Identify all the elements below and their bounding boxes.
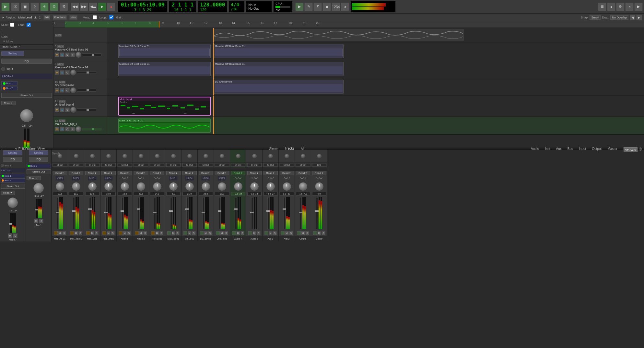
main-volume-knob[interactable] [20,109,33,122]
pan-knob-5[interactable] [137,182,145,191]
region-9-2[interactable]: Massive Off Beat Bass 01 [214,62,344,76]
snap-btn2[interactable]: ► [636,15,642,20]
ls-eq-btn[interactable]: EQ [3,157,22,162]
automation-7[interactable]: Read ▼ [166,171,181,175]
toolbar-btn-end1[interactable]: ☰ [598,3,606,11]
pan-knob-12[interactable] [250,182,259,191]
send-knob-3[interactable] [106,154,111,158]
ch-mute-btn-11[interactable]: M [236,231,240,235]
ch-color-btn-14[interactable] [281,231,285,235]
ch-color-btn-4[interactable] [119,231,123,235]
track-fader-10[interactable] [77,89,96,92]
ch-solo-btn-2[interactable]: S [95,231,99,235]
pan-knob-2[interactable] [88,182,97,191]
inspector-setting-btn[interactable]: Setting [1,51,24,56]
pan-knob-9[interactable] [202,182,210,191]
ls-read-btn[interactable]: Read [1,191,15,195]
ch-solo-btn-16[interactable]: S [322,231,325,235]
pan-knob-15[interactable] [299,182,307,191]
q-btn-9[interactable]: C [65,70,70,75]
send-knob-16[interactable] [317,154,322,158]
pan-knob-0[interactable] [56,182,64,191]
ch-mute-btn-10[interactable]: M [220,231,224,235]
e-btn-12[interactable]: I [70,127,75,131]
toolbar-btn-r2[interactable]: ✎ [304,3,313,11]
volume-knob-8[interactable] [76,52,81,58]
pan-knob-11[interactable] [234,182,242,191]
toolbar-btn-end5[interactable]: ▶ [634,3,643,11]
mute-checkbox[interactable] [93,15,97,19]
mute-inspector-cb[interactable] [10,23,14,27]
toolbar-btn-2[interactable]: ⓘ [11,3,19,11]
solo-btn-10[interactable]: S [60,88,64,93]
functions-menu-btn[interactable]: Functions [53,15,67,20]
ch-solo-btn-10[interactable]: S [224,231,228,235]
ch-mute-btn-7[interactable]: M [171,231,175,235]
ch-color-btn-10[interactable] [216,231,220,235]
ch-color-btn-15[interactable] [297,231,301,235]
ch-solo-btn-8[interactable]: S [192,231,196,235]
aux-bus1[interactable]: Bus 1 [27,164,51,168]
toolbar-btn-end3[interactable]: ⚙ [616,3,625,11]
track-fader-12[interactable] [82,128,101,130]
automation-0[interactable]: Read ▼ [53,171,67,175]
automation-2[interactable]: Read ▼ [85,171,100,175]
ch-mute-btn-13[interactable]: M [269,231,273,235]
volume-knob-9[interactable] [70,70,76,75]
toolbar-btn-r1[interactable]: ▶ [295,3,304,11]
ch-mute-btn-0[interactable]: M [58,231,62,235]
region-8-1[interactable]: Massive Off Beat Bs ss 01 [118,44,211,58]
track-fader-11[interactable] [77,108,96,111]
q-btn-12[interactable]: C [65,127,70,131]
solo-btn-12[interactable]: S [60,127,64,131]
loop-checkbox[interactable] [109,15,113,19]
mute-btn-8[interactable]: M [55,52,59,57]
ls-bus2[interactable]: Bus 2 [1,178,25,183]
send-knob-15[interactable] [301,154,305,158]
ch-color-btn-1[interactable] [70,231,74,235]
send-knob-2[interactable] [90,154,95,158]
ch-solo-btn-3[interactable]: S [111,231,115,235]
toolbar-btn-5[interactable]: ⚘ [40,3,49,11]
send-knob-14[interactable] [285,154,289,158]
ch-mute-btn-1[interactable]: M [74,231,78,235]
ch-solo-btn-0[interactable]: S [62,231,66,235]
pan-knob-3[interactable] [104,182,113,191]
toolbar-btn-6[interactable]: ⚙ [50,3,58,11]
toolbar-btn-4[interactable]: ? [30,3,39,11]
pan-knob-6[interactable] [153,182,161,191]
ch-solo-btn-11[interactable]: S [240,231,244,235]
region-10-1[interactable]: BS Creepsville [214,80,344,94]
region-9-1[interactable]: Massive Off Beat Bs ss 01 [118,62,211,76]
ch-color-btn-5[interactable] [135,231,139,235]
ch-color-btn-8[interactable] [183,231,187,235]
ch-color-btn-2[interactable] [86,231,90,235]
mute-btn-10[interactable]: M [55,88,59,93]
region-12-1[interactable]: Main Lead_bip_1 C0 [118,118,211,133]
automation-9[interactable]: Read ▼ [199,171,213,175]
ch-solo-btn-15[interactable]: S [305,231,309,235]
view-menu-btn[interactable]: View [69,15,77,20]
more-button[interactable]: ▼ More [1,39,14,44]
automation-15[interactable]: Read ▼ [296,171,310,175]
automation-4[interactable]: Read ▼ [118,171,132,175]
ch-color-btn-16[interactable] [313,231,317,235]
ch-solo-btn-7[interactable]: S [176,231,180,235]
automation-1[interactable]: Read ▼ [69,171,83,175]
bus2-btn[interactable]: Bus 2 [1,86,18,90]
volume-knob-12[interactable] [76,126,81,132]
automation-10[interactable]: Read ▼ [215,171,229,175]
return-to-start-button[interactable]: ◀▬ [89,3,97,11]
toolbar-btn-end4[interactable]: ♬ [625,3,634,11]
ch-mute-btn-14[interactable]: M [285,231,289,235]
toolbar-btn-3[interactable]: ▣ [21,3,29,11]
ch-color-btn-0[interactable] [54,231,58,235]
ch-mute-btn-3[interactable]: M [107,231,111,235]
send-knob-10[interactable] [220,154,224,158]
ch-mute-btn-12[interactable]: M [252,231,256,235]
send-knob-7[interactable] [171,154,176,158]
region-11-edit[interactable]: Main Lead Bender [118,97,211,116]
aux-setting-btn[interactable]: Setting [29,150,48,155]
ch-mute-btn-15[interactable]: M [301,231,305,235]
aux-mute[interactable]: M [34,219,38,223]
